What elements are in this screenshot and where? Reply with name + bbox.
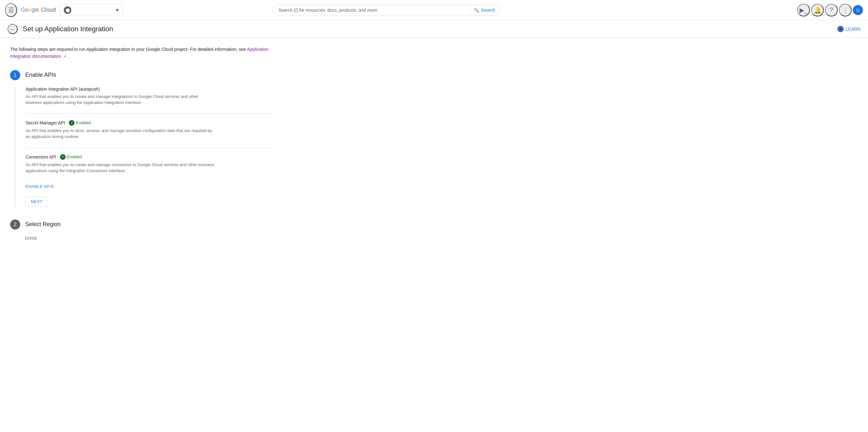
api-1-name-row: Application Integration API (autopush) [26, 87, 274, 92]
cloud-text: Cloud [41, 7, 56, 13]
user-initial: U [856, 7, 860, 12]
step-1-content: Application Integration API (autopush) A… [15, 87, 274, 207]
next-button[interactable]: NEXT [26, 196, 48, 207]
hamburger-menu-button[interactable]: ☰ [5, 3, 17, 17]
step-2-header: 2 Select Region [10, 220, 274, 230]
step-2-number: 2 [10, 220, 20, 230]
api-item-connectors: Connectors API ✓ Enabled An API that ena… [26, 154, 274, 174]
project-avatar: ⬤ [64, 6, 71, 14]
connectors-enabled-badge: ✓ Enabled [60, 154, 82, 160]
step-1-section: 1 Enable APIs Application Integration AP… [10, 70, 274, 207]
learn-label: LEARN [845, 27, 861, 32]
api-item-secret-manager: Secret Manager API ✓ Enabled An API that… [26, 120, 274, 140]
api-2-name-row: Secret Manager API ✓ Enabled [26, 120, 274, 126]
google-wordmark: Google [21, 7, 39, 13]
more-icon: ⋮ [842, 6, 848, 14]
notifications-button[interactable]: 🔔 [811, 4, 824, 17]
google-cloud-logo: Google Cloud [21, 7, 56, 13]
page-header: ← Set up Application Integration 🎓 LEARN [0, 20, 868, 38]
intro-text-before: The following steps are required to run … [10, 47, 247, 52]
back-button[interactable]: ← [7, 24, 18, 34]
check-circle-2-icon: ✓ [60, 154, 66, 160]
page-title: Set up Application Integration [23, 25, 832, 33]
api-divider-2 [26, 147, 274, 148]
learn-button[interactable]: 🎓 LEARN [837, 26, 861, 32]
top-navigation: ☰ Google Cloud ⬤ ▾ Search (/) for resour… [0, 0, 868, 20]
api-1-name: Application Integration API (autopush) [26, 87, 100, 92]
back-arrow-icon: ← [9, 26, 16, 33]
step-2-title: Select Region [25, 221, 61, 228]
search-icon: 🔍 [474, 7, 479, 12]
intro-paragraph: The following steps are required to run … [10, 46, 274, 60]
step-1-next-button-row: NEXT [26, 196, 274, 207]
api-3-name-row: Connectors API ✓ Enabled [26, 154, 274, 160]
help-icon: ? [830, 6, 833, 13]
external-link-icon: ↗ [63, 54, 66, 60]
step-1-title: Enable APIs [25, 72, 56, 78]
intro-text-after: . [67, 54, 69, 59]
secret-manager-enabled-label: Enabled [76, 120, 91, 125]
user-avatar[interactable]: U [853, 5, 863, 15]
step-2-done-label: DONE [15, 236, 274, 241]
connectors-enabled-label: Enabled [67, 154, 82, 159]
terminal-icon: ▶_ [800, 6, 808, 14]
secret-manager-enabled-badge: ✓ Enabled [69, 120, 91, 126]
project-avatar-icon: ⬤ [66, 8, 70, 12]
api-item-app-integration: Application Integration API (autopush) A… [26, 87, 274, 106]
bell-icon: 🔔 [814, 6, 822, 14]
api-1-description: An API that enables you to create and ma… [26, 93, 215, 106]
search-placeholder-text: Search (/) for resources, docs, products… [278, 7, 467, 12]
chevron-down-icon: ▾ [116, 7, 119, 13]
api-2-name: Secret Manager API [26, 120, 65, 125]
step-1-button-row: ENABLE APIS [26, 181, 274, 191]
more-options-button[interactable]: ⋮ [839, 4, 851, 17]
project-selector[interactable]: ⬤ ▾ [60, 4, 123, 16]
terminal-button[interactable]: ▶_ [797, 4, 810, 17]
api-2-description: An API that enables you to store, access… [26, 127, 215, 140]
main-content: The following steps are required to run … [0, 38, 284, 261]
enable-apis-button[interactable]: ENABLE APIS [26, 181, 54, 191]
nav-icons: ▶_ 🔔 ? ⋮ U [797, 4, 863, 17]
search-button[interactable]: 🔍 Search [470, 7, 495, 12]
step-2-section: 2 Select Region DONE [10, 220, 274, 241]
search-bar[interactable]: Search (/) for resources, docs, products… [273, 5, 500, 16]
help-button[interactable]: ? [825, 4, 838, 17]
step-1-header: 1 Enable APIs [10, 70, 274, 80]
api-3-name: Connectors API [26, 154, 56, 160]
search-button-label: Search [481, 7, 495, 12]
check-circle-icon: ✓ [69, 120, 74, 126]
step-1-number: 1 [10, 70, 20, 80]
api-3-description: An API that enables you to create and ma… [26, 162, 215, 174]
graduation-cap-icon: 🎓 [837, 26, 844, 32]
hamburger-icon: ☰ [8, 6, 14, 14]
api-divider-1 [26, 113, 274, 114]
